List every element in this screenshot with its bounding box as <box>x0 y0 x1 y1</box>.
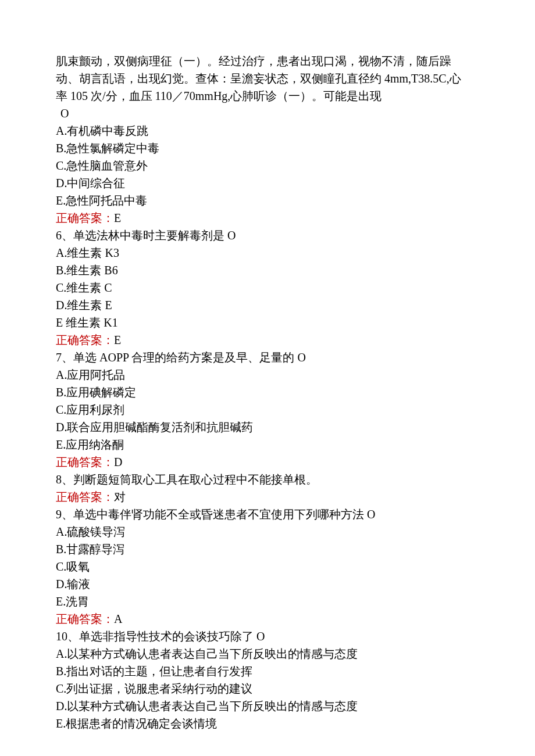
q6-option-d: D.维生素 E <box>56 296 479 314</box>
q7-option-a: A.应用阿托品 <box>56 366 479 384</box>
q9-option-d: D.输液 <box>56 575 479 593</box>
q6-option-e: E 维生素 K1 <box>56 314 479 331</box>
q6-answer-value: E <box>114 334 121 346</box>
q5-stem-line-2: 动、胡言乱语，出现幻觉。查体：呈澹妄状态，双侧瞳孔直径约 4mm,T38.5C,… <box>56 70 479 87</box>
q9-answer: 正确答案：A <box>56 610 479 628</box>
q5-stem-line-1: 肌束颤动，双侧病理征（一）。经过治疗，患者出现口渴，视物不清，随后躁 <box>56 52 479 70</box>
q10-option-d: D.以某种方式确认患者表达自己当下所反映出的情感与态度 <box>56 697 479 715</box>
q7-option-b: B.应用碘解磷定 <box>56 384 479 401</box>
q9-stem: 9、单选中毒伴肾功能不全或昏迷患者不宜使用下列哪种方法 O <box>56 506 479 523</box>
q6-answer-label: 正确答案： <box>56 334 114 346</box>
q5-option-b: B.急性氯解磷定中毒 <box>56 139 479 157</box>
q7-option-d: D.联合应用胆碱酯酶复活剂和抗胆碱药 <box>56 418 479 436</box>
q6-option-b: B.维生素 B6 <box>56 261 479 279</box>
q5-option-a: A.有机磷中毒反跳 <box>56 122 479 139</box>
q5-stem-line-3: 率 105 次/分，血压 110／70mmHg,心肺听诊（一）。可能是出现 <box>56 87 479 105</box>
q5-answer-label: 正确答案： <box>56 212 114 224</box>
q10-stem: 10、单选非指导性技术的会谈技巧除了 O <box>56 628 479 645</box>
q7-option-c: C.应用利尿剂 <box>56 401 479 418</box>
q9-answer-label: 正确答案： <box>56 612 114 625</box>
q6-option-c: C.维生素 C <box>56 279 479 296</box>
q5-answer-value: E <box>114 212 121 224</box>
q7-answer-label: 正确答案： <box>56 456 114 468</box>
q5-option-c: C.急性脑血管意外 <box>56 157 479 174</box>
q5-stem-tail: O <box>60 105 479 122</box>
q9-option-e: E.洗胃 <box>56 593 479 610</box>
q5-option-d: D.中间综合征 <box>56 174 479 192</box>
q8-answer-value: 对 <box>114 490 126 503</box>
q7-answer-value: D <box>114 456 122 468</box>
q6-stem: 6、单选法林中毒时主要解毒剂是 O <box>56 227 479 244</box>
q10-option-a: A.以某种方式确认患者表达自己当下所反映出的情感与态度 <box>56 645 479 662</box>
q9-option-a: A.硫酸镁导泻 <box>56 523 479 540</box>
q9-option-b: B.甘露醇导泻 <box>56 540 479 558</box>
q7-answer: 正确答案：D <box>56 453 479 471</box>
q6-answer: 正确答案：E <box>56 331 479 349</box>
q10-option-e: E.根据患者的情况确定会谈情境 <box>56 715 479 732</box>
q6-option-a: A.维生素 K3 <box>56 244 479 261</box>
q8-answer-label: 正确答案： <box>56 490 114 503</box>
q5-answer: 正确答案：E <box>56 209 479 227</box>
q8-stem: 8、判断题短筒取心工具在取心过程中不能接单根。 <box>56 471 479 488</box>
q9-answer-value: A <box>114 612 122 625</box>
q10-option-b: B.指出对话的主题，但让患者自行发挥 <box>56 662 479 680</box>
q5-option-e: E.急性阿托品中毒 <box>56 192 479 209</box>
q8-answer: 正确答案：对 <box>56 488 479 506</box>
q7-option-e: E.应用纳洛酮 <box>56 436 479 453</box>
q7-stem: 7、单选 AOPP 合理的给药方案是及早、足量的 O <box>56 349 479 366</box>
q10-option-c: C.列出证据，说服患者采纳行动的建议 <box>56 680 479 697</box>
q9-option-c: C.吸氧 <box>56 558 479 575</box>
